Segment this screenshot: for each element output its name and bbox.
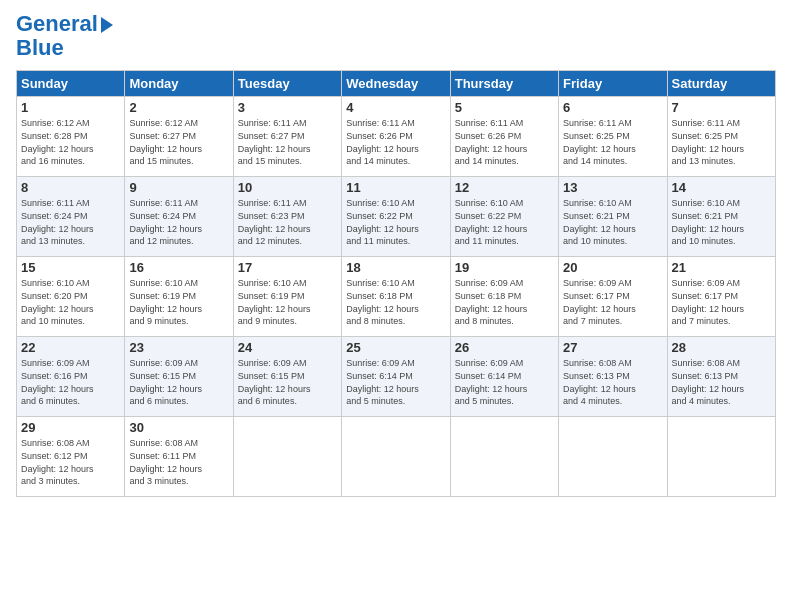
day-detail: Sunrise: 6:10 AM Sunset: 6:20 PM Dayligh… bbox=[21, 277, 120, 327]
page-header: General Blue bbox=[16, 12, 776, 60]
day-number: 24 bbox=[238, 340, 337, 355]
calendar-day-cell: 1 Sunrise: 6:12 AM Sunset: 6:28 PM Dayli… bbox=[17, 97, 125, 177]
calendar-day-cell: 11 Sunrise: 6:10 AM Sunset: 6:22 PM Dayl… bbox=[342, 177, 450, 257]
calendar-day-cell bbox=[233, 417, 341, 497]
logo: General Blue bbox=[16, 12, 113, 60]
calendar-day-cell: 28 Sunrise: 6:08 AM Sunset: 6:13 PM Dayl… bbox=[667, 337, 775, 417]
calendar-week-row: 22 Sunrise: 6:09 AM Sunset: 6:16 PM Dayl… bbox=[17, 337, 776, 417]
day-detail: Sunrise: 6:09 AM Sunset: 6:15 PM Dayligh… bbox=[129, 357, 228, 407]
day-number: 18 bbox=[346, 260, 445, 275]
col-tuesday: Tuesday bbox=[233, 71, 341, 97]
page-container: General Blue Sunday Monday Tuesday Wedne… bbox=[0, 0, 792, 612]
calendar-day-cell: 3 Sunrise: 6:11 AM Sunset: 6:27 PM Dayli… bbox=[233, 97, 341, 177]
calendar-day-cell: 29 Sunrise: 6:08 AM Sunset: 6:12 PM Dayl… bbox=[17, 417, 125, 497]
day-number: 13 bbox=[563, 180, 662, 195]
day-number: 28 bbox=[672, 340, 771, 355]
day-detail: Sunrise: 6:12 AM Sunset: 6:28 PM Dayligh… bbox=[21, 117, 120, 167]
calendar-week-row: 29 Sunrise: 6:08 AM Sunset: 6:12 PM Dayl… bbox=[17, 417, 776, 497]
day-number: 27 bbox=[563, 340, 662, 355]
day-number: 3 bbox=[238, 100, 337, 115]
calendar-header-row: Sunday Monday Tuesday Wednesday Thursday… bbox=[17, 71, 776, 97]
calendar-day-cell bbox=[559, 417, 667, 497]
day-detail: Sunrise: 6:10 AM Sunset: 6:22 PM Dayligh… bbox=[455, 197, 554, 247]
day-number: 30 bbox=[129, 420, 228, 435]
calendar-day-cell: 20 Sunrise: 6:09 AM Sunset: 6:17 PM Dayl… bbox=[559, 257, 667, 337]
calendar-day-cell: 15 Sunrise: 6:10 AM Sunset: 6:20 PM Dayl… bbox=[17, 257, 125, 337]
day-detail: Sunrise: 6:09 AM Sunset: 6:14 PM Dayligh… bbox=[455, 357, 554, 407]
calendar-day-cell: 5 Sunrise: 6:11 AM Sunset: 6:26 PM Dayli… bbox=[450, 97, 558, 177]
calendar-day-cell: 14 Sunrise: 6:10 AM Sunset: 6:21 PM Dayl… bbox=[667, 177, 775, 257]
day-detail: Sunrise: 6:10 AM Sunset: 6:22 PM Dayligh… bbox=[346, 197, 445, 247]
calendar-day-cell: 6 Sunrise: 6:11 AM Sunset: 6:25 PM Dayli… bbox=[559, 97, 667, 177]
day-number: 9 bbox=[129, 180, 228, 195]
day-number: 2 bbox=[129, 100, 228, 115]
day-detail: Sunrise: 6:10 AM Sunset: 6:19 PM Dayligh… bbox=[238, 277, 337, 327]
day-detail: Sunrise: 6:08 AM Sunset: 6:12 PM Dayligh… bbox=[21, 437, 120, 487]
day-detail: Sunrise: 6:09 AM Sunset: 6:16 PM Dayligh… bbox=[21, 357, 120, 407]
logo-text: General bbox=[16, 12, 98, 36]
col-monday: Monday bbox=[125, 71, 233, 97]
calendar-day-cell: 19 Sunrise: 6:09 AM Sunset: 6:18 PM Dayl… bbox=[450, 257, 558, 337]
col-wednesday: Wednesday bbox=[342, 71, 450, 97]
day-detail: Sunrise: 6:11 AM Sunset: 6:25 PM Dayligh… bbox=[672, 117, 771, 167]
col-friday: Friday bbox=[559, 71, 667, 97]
calendar-table: Sunday Monday Tuesday Wednesday Thursday… bbox=[16, 70, 776, 497]
calendar-day-cell: 22 Sunrise: 6:09 AM Sunset: 6:16 PM Dayl… bbox=[17, 337, 125, 417]
day-detail: Sunrise: 6:11 AM Sunset: 6:25 PM Dayligh… bbox=[563, 117, 662, 167]
day-detail: Sunrise: 6:12 AM Sunset: 6:27 PM Dayligh… bbox=[129, 117, 228, 167]
calendar-day-cell bbox=[342, 417, 450, 497]
calendar-day-cell: 17 Sunrise: 6:10 AM Sunset: 6:19 PM Dayl… bbox=[233, 257, 341, 337]
day-detail: Sunrise: 6:11 AM Sunset: 6:26 PM Dayligh… bbox=[455, 117, 554, 167]
day-number: 8 bbox=[21, 180, 120, 195]
calendar-day-cell bbox=[450, 417, 558, 497]
day-detail: Sunrise: 6:09 AM Sunset: 6:17 PM Dayligh… bbox=[563, 277, 662, 327]
day-number: 22 bbox=[21, 340, 120, 355]
calendar-day-cell: 26 Sunrise: 6:09 AM Sunset: 6:14 PM Dayl… bbox=[450, 337, 558, 417]
calendar-day-cell: 7 Sunrise: 6:11 AM Sunset: 6:25 PM Dayli… bbox=[667, 97, 775, 177]
calendar-day-cell: 2 Sunrise: 6:12 AM Sunset: 6:27 PM Dayli… bbox=[125, 97, 233, 177]
calendar-week-row: 15 Sunrise: 6:10 AM Sunset: 6:20 PM Dayl… bbox=[17, 257, 776, 337]
day-number: 1 bbox=[21, 100, 120, 115]
day-detail: Sunrise: 6:08 AM Sunset: 6:13 PM Dayligh… bbox=[563, 357, 662, 407]
day-number: 23 bbox=[129, 340, 228, 355]
day-number: 11 bbox=[346, 180, 445, 195]
calendar-day-cell: 30 Sunrise: 6:08 AM Sunset: 6:11 PM Dayl… bbox=[125, 417, 233, 497]
calendar-day-cell: 25 Sunrise: 6:09 AM Sunset: 6:14 PM Dayl… bbox=[342, 337, 450, 417]
calendar-day-cell: 16 Sunrise: 6:10 AM Sunset: 6:19 PM Dayl… bbox=[125, 257, 233, 337]
day-detail: Sunrise: 6:08 AM Sunset: 6:13 PM Dayligh… bbox=[672, 357, 771, 407]
day-number: 4 bbox=[346, 100, 445, 115]
day-number: 5 bbox=[455, 100, 554, 115]
day-detail: Sunrise: 6:11 AM Sunset: 6:26 PM Dayligh… bbox=[346, 117, 445, 167]
day-number: 20 bbox=[563, 260, 662, 275]
day-detail: Sunrise: 6:11 AM Sunset: 6:27 PM Dayligh… bbox=[238, 117, 337, 167]
col-saturday: Saturday bbox=[667, 71, 775, 97]
day-number: 12 bbox=[455, 180, 554, 195]
day-number: 10 bbox=[238, 180, 337, 195]
day-detail: Sunrise: 6:09 AM Sunset: 6:18 PM Dayligh… bbox=[455, 277, 554, 327]
calendar-day-cell: 21 Sunrise: 6:09 AM Sunset: 6:17 PM Dayl… bbox=[667, 257, 775, 337]
calendar-day-cell: 23 Sunrise: 6:09 AM Sunset: 6:15 PM Dayl… bbox=[125, 337, 233, 417]
calendar-day-cell: 8 Sunrise: 6:11 AM Sunset: 6:24 PM Dayli… bbox=[17, 177, 125, 257]
calendar-day-cell bbox=[667, 417, 775, 497]
day-detail: Sunrise: 6:11 AM Sunset: 6:24 PM Dayligh… bbox=[21, 197, 120, 247]
day-number: 19 bbox=[455, 260, 554, 275]
calendar-day-cell: 12 Sunrise: 6:10 AM Sunset: 6:22 PM Dayl… bbox=[450, 177, 558, 257]
calendar-week-row: 8 Sunrise: 6:11 AM Sunset: 6:24 PM Dayli… bbox=[17, 177, 776, 257]
day-number: 7 bbox=[672, 100, 771, 115]
day-detail: Sunrise: 6:10 AM Sunset: 6:18 PM Dayligh… bbox=[346, 277, 445, 327]
calendar-day-cell: 18 Sunrise: 6:10 AM Sunset: 6:18 PM Dayl… bbox=[342, 257, 450, 337]
day-detail: Sunrise: 6:10 AM Sunset: 6:21 PM Dayligh… bbox=[563, 197, 662, 247]
day-detail: Sunrise: 6:10 AM Sunset: 6:21 PM Dayligh… bbox=[672, 197, 771, 247]
day-detail: Sunrise: 6:09 AM Sunset: 6:14 PM Dayligh… bbox=[346, 357, 445, 407]
day-detail: Sunrise: 6:10 AM Sunset: 6:19 PM Dayligh… bbox=[129, 277, 228, 327]
day-number: 26 bbox=[455, 340, 554, 355]
day-number: 29 bbox=[21, 420, 120, 435]
day-detail: Sunrise: 6:11 AM Sunset: 6:24 PM Dayligh… bbox=[129, 197, 228, 247]
logo-blue-text: Blue bbox=[16, 35, 64, 60]
day-number: 6 bbox=[563, 100, 662, 115]
day-number: 25 bbox=[346, 340, 445, 355]
day-number: 15 bbox=[21, 260, 120, 275]
day-number: 17 bbox=[238, 260, 337, 275]
calendar-day-cell: 10 Sunrise: 6:11 AM Sunset: 6:23 PM Dayl… bbox=[233, 177, 341, 257]
day-detail: Sunrise: 6:08 AM Sunset: 6:11 PM Dayligh… bbox=[129, 437, 228, 487]
